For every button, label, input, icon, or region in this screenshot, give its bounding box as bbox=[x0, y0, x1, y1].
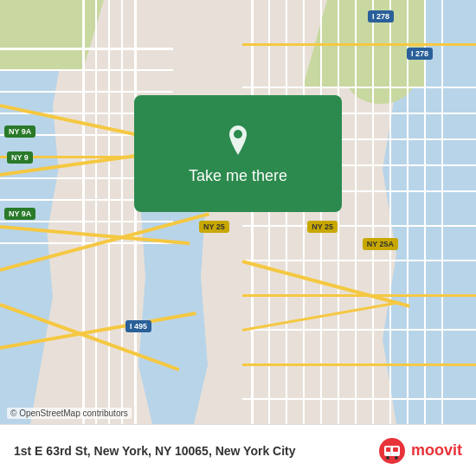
road bbox=[424, 0, 426, 424]
road bbox=[338, 0, 339, 424]
svg-rect-4 bbox=[393, 447, 398, 452]
highway-badge-i278-right: I 278 bbox=[407, 48, 433, 60]
road bbox=[242, 398, 476, 400]
action-button-label: Take me there bbox=[189, 167, 287, 185]
road bbox=[0, 48, 173, 50]
road bbox=[0, 221, 173, 222]
road bbox=[108, 0, 110, 424]
road bbox=[95, 0, 97, 424]
moovit-text: moovit bbox=[411, 441, 462, 460]
road bbox=[303, 0, 305, 424]
road bbox=[134, 0, 137, 424]
moovit-icon bbox=[378, 437, 406, 465]
road bbox=[389, 0, 391, 424]
road bbox=[251, 0, 254, 424]
location-pin-icon bbox=[219, 122, 257, 160]
highway-badge-ny9a-top: NY 9A bbox=[4, 125, 35, 138]
svg-point-6 bbox=[395, 456, 398, 460]
road bbox=[242, 260, 476, 261]
map-attribution: © OpenStreetMap contributors bbox=[7, 408, 132, 419]
road bbox=[355, 0, 357, 424]
road bbox=[242, 43, 476, 46]
road bbox=[242, 225, 476, 227]
road bbox=[320, 0, 322, 424]
highway-badge-ny9a-bottom: NY 9A bbox=[4, 208, 35, 220]
road bbox=[372, 0, 374, 424]
road bbox=[286, 0, 287, 424]
road bbox=[0, 91, 173, 93]
svg-point-5 bbox=[386, 456, 389, 460]
road bbox=[441, 0, 443, 424]
take-me-there-button[interactable]: Take me there bbox=[134, 95, 342, 212]
highway-badge-i278-top: I 278 bbox=[368, 10, 394, 23]
road bbox=[0, 69, 173, 71]
road bbox=[407, 0, 408, 424]
park-bottomright bbox=[346, 52, 415, 104]
road bbox=[82, 0, 85, 424]
road bbox=[242, 363, 476, 366]
svg-rect-7 bbox=[390, 446, 391, 456]
road bbox=[242, 329, 476, 331]
highway-badge-ny25-center: NY 25 bbox=[199, 221, 229, 233]
map-container: I 278 I 278 NY 9 NY 9A NY 9A NY 25 NY 25… bbox=[0, 0, 476, 424]
bottom-left: 1st E 63rd St, New York, NY 10065, New Y… bbox=[14, 444, 296, 458]
highway-badge-ny25a: NY 25A bbox=[363, 238, 398, 250]
address-text: 1st E 63rd St, New York, NY 10065, New Y… bbox=[14, 444, 296, 458]
road bbox=[121, 0, 123, 424]
road bbox=[242, 87, 476, 88]
bottom-bar: 1st E 63rd St, New York, NY 10065, New Y… bbox=[0, 424, 476, 476]
road bbox=[0, 242, 173, 244]
highway-badge-i495: I 495 bbox=[125, 320, 151, 332]
highway-badge-ny9: NY 9 bbox=[7, 151, 33, 164]
svg-point-0 bbox=[234, 130, 242, 138]
highway-badge-ny25-right: NY 25 bbox=[307, 221, 338, 233]
moovit-logo: moovit bbox=[378, 437, 462, 465]
road bbox=[268, 0, 270, 424]
